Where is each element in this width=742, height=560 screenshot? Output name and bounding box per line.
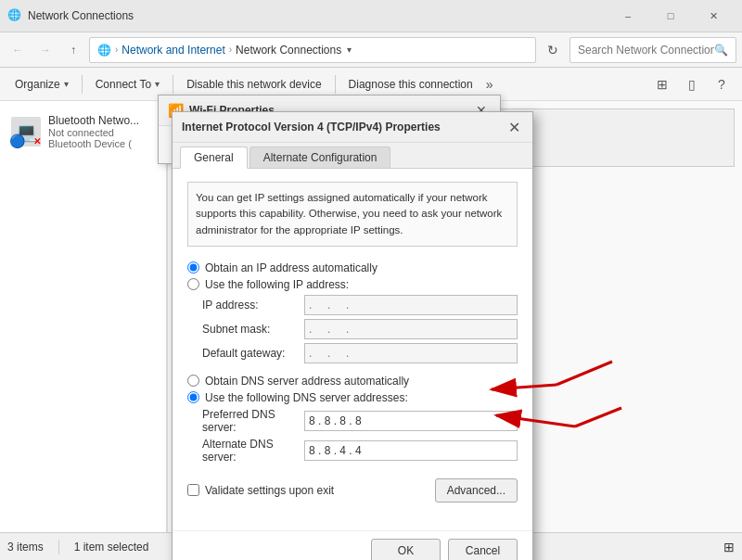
description-text: You can get IP settings assigned automat… [187,182,518,247]
disconnected-icon: ✕ [33,136,41,146]
back-button[interactable]: ← [6,38,30,62]
status-right: ⊞ [723,540,735,554]
alternate-dns-label: Alternate DNS server: [202,438,304,464]
device-list: 💻 🔵 ✕ Bluetooth Netwo... Not connected B… [0,101,167,532]
manual-dns-row: Use the following DNS server addresses: [187,391,518,404]
app-icon: 🌐 [7,8,22,23]
manual-ip-radio[interactable] [187,278,199,290]
diagnose-label: Diagnose this connection [349,78,473,91]
device-name: Bluetooth Netwo... [48,114,155,127]
window-controls: – □ ✕ [607,0,735,32]
toolbar-separator-1 [82,75,83,94]
selection-info: 1 item selected [74,541,149,554]
breadcrumb-icon: 🌐 [97,44,111,57]
device-type: Bluetooth Device ( [48,138,155,149]
breadcrumb-network-internet[interactable]: Network and Internet [122,44,224,57]
connect-to-label: Connect To [96,78,152,91]
up-button[interactable]: ↑ [61,38,85,62]
tab-alternate-config[interactable]: Alternate Configuration [249,146,391,168]
address-bar: ← → ↑ 🌐 › Network and Internet › Network… [0,32,742,68]
search-box: 🔍 [569,37,736,63]
gateway-input[interactable] [304,343,518,363]
alternate-dns-row: Alternate DNS server: [202,438,518,464]
organize-label: Organize [15,78,60,91]
minimize-button[interactable]: – [607,0,649,32]
help-button[interactable]: ? [709,71,735,97]
auto-ip-label: Obtain an IP address automatically [205,261,377,274]
disable-network-label: Disable this network device [186,78,321,91]
manual-ip-label: Use the following IP address: [205,278,349,291]
toolbar-right: ⊞ ▯ ? [649,71,735,97]
auto-dns-radio[interactable] [187,375,199,387]
ip-address-row: IP address: [202,295,518,315]
ip-address-input[interactable] [304,295,518,315]
tab-general[interactable]: General [180,146,248,169]
forward-button[interactable]: → [33,38,58,62]
auto-ip-radio[interactable] [187,261,199,274]
subnet-input[interactable] [304,319,518,339]
preferred-dns-label: Preferred DNS server: [202,408,304,434]
window-title: Network Connections [28,9,607,22]
item-count: 3 items [7,541,44,554]
dialog-buttons: OK Cancel [173,530,532,560]
search-input[interactable] [578,44,714,57]
device-info: Bluetooth Netwo... Not connected Bluetoo… [48,114,155,149]
manual-ip-row: Use the following IP address: [187,278,518,291]
manual-dns-label: Use the following DNS server addresses: [205,391,408,404]
subnet-label: Subnet mask: [202,323,304,336]
organize-chevron: ▾ [64,79,69,89]
auto-dns-label: Obtain DNS server address automatically [205,375,409,388]
subnet-row: Subnet mask: [202,319,518,339]
device-status: Not connected [48,127,155,138]
validate-checkbox[interactable] [187,484,199,496]
preferred-dns-row: Preferred DNS server: [202,408,518,434]
validate-label: Validate settings upon exit [205,484,334,497]
tcpip-dialog-body: You can get IP settings assigned automat… [173,169,532,530]
list-item[interactable]: 💻 🔵 ✕ Bluetooth Netwo... Not connected B… [0,108,166,155]
breadcrumb-network-connections: Network Connections [236,44,341,57]
status-icon: ⊞ [723,540,735,554]
connect-to-button[interactable]: Connect To ▾ [88,71,168,97]
alternate-dns-input[interactable] [304,440,518,461]
maximize-button[interactable]: □ [649,0,692,32]
tcpip-title: Internet Protocol Version 4 (TCP/IPv4) P… [182,121,499,134]
gateway-label: Default gateway: [202,347,304,360]
validate-row: Validate settings upon exit Advanced... [187,478,518,503]
toolbar-more-button[interactable]: » [482,77,497,92]
gateway-row: Default gateway: [202,343,518,363]
ok-button[interactable]: OK [371,539,441,560]
disable-network-button[interactable]: Disable this network device [179,71,328,97]
search-icon: 🔍 [714,44,728,57]
advanced-button[interactable]: Advanced... [435,478,518,503]
bluetooth-device-icon: 💻 🔵 ✕ [11,117,41,146]
view-button[interactable]: ⊞ [649,71,675,97]
toolbar-separator-3 [335,75,336,94]
tcpip-close-button[interactable]: ✕ [505,118,523,136]
ip-fields-section: IP address: Subnet mask: Default gateway… [202,295,518,363]
breadcrumb: 🌐 › Network and Internet › Network Conne… [89,37,536,63]
ip-address-label: IP address: [202,299,304,312]
tab-bar: General Alternate Configuration [173,143,532,169]
tcpip-title-bar: Internet Protocol Version 4 (TCP/IPv4) P… [173,112,532,143]
toolbar-separator-2 [173,75,173,94]
diagnose-button[interactable]: Diagnose this connection [341,71,480,97]
cancel-button[interactable]: Cancel [448,539,518,560]
preferred-dns-input[interactable] [304,411,518,431]
status-separator [58,540,59,554]
dns-fields-section: Preferred DNS server: Alternate DNS serv… [202,408,518,464]
tcpip-dialog: Internet Protocol Version 4 (TCP/IPv4) P… [172,111,533,560]
auto-dns-row: Obtain DNS server address automatically [187,375,518,388]
title-bar: 🌐 Network Connections – □ ✕ [0,0,742,32]
connect-to-chevron: ▾ [155,79,160,89]
organize-button[interactable]: Organize ▾ [7,71,76,97]
close-button[interactable]: ✕ [692,0,735,32]
refresh-button[interactable]: ↻ [540,37,566,63]
manual-dns-radio[interactable] [187,391,199,403]
auto-ip-row: Obtain an IP address automatically [187,261,518,274]
details-pane-button[interactable]: ▯ [679,71,705,97]
breadcrumb-dropdown-icon[interactable]: ▾ [347,45,352,55]
